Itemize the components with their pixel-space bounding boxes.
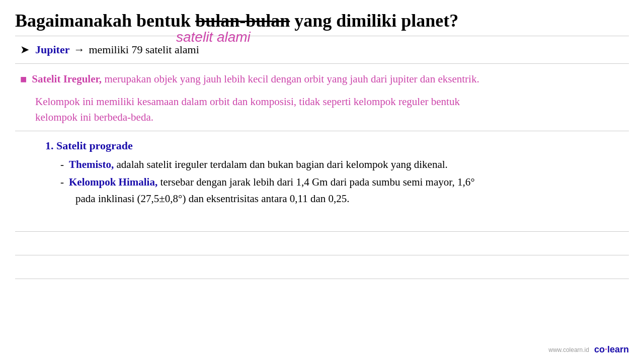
page-container: Bagaimanakah bentuk bulan-bulan yang dim…: [0, 0, 644, 362]
jupiter-description: memiliki 79 satelit alami: [89, 43, 199, 56]
chevron-icon: ➤: [20, 43, 29, 56]
themisto-term: Themisto,: [69, 158, 114, 170]
themisto-text: Themisto, adalah satelit ireguler terdal…: [69, 158, 448, 171]
himalia-continuation: pada inklinasi (27,5±0,8°) dan eksentris…: [15, 191, 629, 208]
themisto-desc: adalah satelit ireguler terdalam dan buk…: [114, 158, 448, 170]
subsection-prograde: 1. Satelit prograde: [15, 134, 629, 155]
continuation-paragraph: Kelompok ini memiliki kesamaan dalam orb…: [15, 90, 629, 128]
himalia-text: Kelompok Himalia, tersebar dengan jarak …: [69, 176, 475, 189]
satelit-ireguler-section: ■ Satelit Ireguler, merupakan objek yang…: [15, 67, 629, 89]
footer-url: www.colearn.id: [548, 346, 589, 353]
themisto-item: - Themisto, adalah satelit ireguler terd…: [15, 155, 629, 173]
continuation-line2: kelompok ini berbeda-beda.: [35, 111, 153, 123]
dash-icon-1: -: [60, 158, 64, 171]
dash-icon-2: -: [60, 176, 64, 189]
arrow-symbol: →: [73, 43, 85, 56]
logo-part2: learn: [607, 344, 629, 354]
subsection-title: Satelit prograde: [56, 139, 133, 152]
title-area: Bagaimanakah bentuk bulan-bulan yang dim…: [15, 10, 629, 32]
footer-logo: co·learn: [594, 344, 629, 355]
divider-2: [15, 63, 629, 64]
ruled-line-2: [15, 255, 629, 255]
title-strikethrough: bulan-bulan: [195, 11, 290, 31]
himalia-term: Kelompok Himalia,: [69, 176, 157, 188]
satelit-ireguler-term: Satelit Ireguler,: [32, 73, 102, 85]
divider-1: [15, 36, 629, 36]
title-suffix: yang dimiliki planet?: [290, 11, 458, 31]
ruled-lines-area: [15, 231, 629, 279]
himalia-desc: tersebar dengan jarak lebih dari 1,4 Gm …: [157, 176, 474, 188]
jupiter-label: Jupiter: [35, 43, 69, 56]
jupiter-line: ➤ Jupiter → memiliki 79 satelit alami: [15, 39, 629, 60]
continuation-line1: Kelompok ini memiliki kesamaan dalam orb…: [35, 96, 460, 108]
logo-part1: co: [594, 344, 605, 354]
ruled-line-1: [15, 231, 629, 232]
footer: www.colearn.id co·learn: [548, 344, 629, 355]
pink-bullet-icon: ■: [20, 73, 27, 86]
subsection-number: 1.: [45, 139, 54, 152]
satelit-ireguler-desc: merupakan objek yang jauh lebih kecil de…: [102, 73, 479, 85]
himalia-item: - Kelompok Himalia, tersebar dengan jara…: [15, 173, 629, 191]
main-title: Bagaimanakah bentuk bulan-bulan yang dim…: [15, 10, 629, 32]
satelit-ireguler-text: Satelit Ireguler, merupakan objek yang j…: [32, 72, 479, 86]
ruled-line-3: [15, 279, 629, 279]
handwritten-annotation: satelit alami: [176, 29, 251, 45]
title-prefix: Bagaimanakah bentuk: [15, 11, 195, 31]
divider-3: [15, 131, 629, 131]
